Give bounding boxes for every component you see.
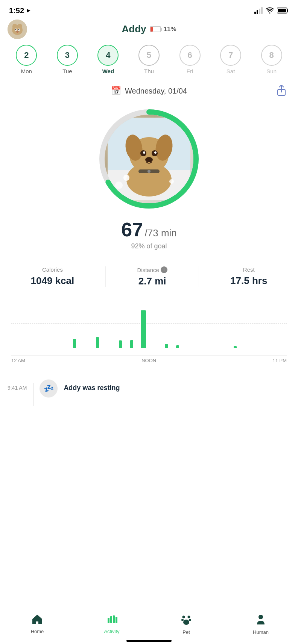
day-label-fri: Fri xyxy=(187,68,193,74)
day-item-sun[interactable]: 8 Sun xyxy=(261,45,282,74)
distance-label: Distance i xyxy=(137,266,167,273)
chart-bar-13 xyxy=(161,307,172,348)
day-circle-sun[interactable]: 8 xyxy=(261,45,282,66)
chart-bar-20 xyxy=(241,307,252,348)
activity-ring-section: 67 /73 min 92% of goal xyxy=(0,103,298,258)
pet-name-header: Addy 11% xyxy=(122,23,176,35)
chart-bar-14 xyxy=(172,307,184,348)
date-row: 📅 Wednesday, 01/04 xyxy=(0,79,298,103)
chart-bar-6 xyxy=(80,307,92,348)
wifi-icon xyxy=(266,7,274,14)
day-item-wed[interactable]: 4 Wed xyxy=(97,45,119,74)
chart-bar-21 xyxy=(252,307,264,348)
nav-item-home[interactable]: Home xyxy=(22,614,52,635)
share-icon xyxy=(276,85,287,97)
timeline-line xyxy=(33,383,33,406)
chart-bar-8 xyxy=(103,307,115,348)
chart-bar-16 xyxy=(195,307,207,348)
bar-fill-7 xyxy=(96,337,99,348)
day-circle-wed[interactable]: 4 xyxy=(97,45,119,66)
battery-status-icon xyxy=(277,7,289,14)
header: Addy 11% xyxy=(0,20,298,40)
svg-point-41 xyxy=(258,615,263,619)
paw-icon xyxy=(181,614,192,628)
day-circle-thu[interactable]: 5 xyxy=(138,45,160,66)
activity-chart xyxy=(8,307,290,355)
svg-point-26 xyxy=(145,157,153,162)
share-button[interactable] xyxy=(274,83,289,98)
svg-point-29 xyxy=(123,175,129,181)
bar-fill-11 xyxy=(141,310,146,348)
chart-bar-17 xyxy=(207,307,218,348)
chart-labels: 12 AM NOON 11 PM xyxy=(8,355,290,363)
chart-label-mid: NOON xyxy=(141,358,156,363)
signal-icon xyxy=(254,7,263,14)
chart-bar-7 xyxy=(92,307,103,348)
stat-divider-2 xyxy=(199,266,199,287)
chart-bar-19 xyxy=(230,307,241,348)
nav-item-pet[interactable]: Pet xyxy=(171,614,201,635)
info-icon[interactable]: i xyxy=(161,266,167,273)
svg-point-36 xyxy=(182,616,185,618)
day-item-thu[interactable]: 5 Thu xyxy=(138,45,160,74)
chart-bar-1 xyxy=(23,307,35,348)
svg-point-40 xyxy=(183,620,189,625)
dog-photo xyxy=(105,115,193,203)
day-label-sun: Sun xyxy=(266,68,277,74)
day-selector: 2 Mon 3 Tue 4 Wed 5 Thu 6 Fri xyxy=(0,40,298,79)
day-item-fri[interactable]: 6 Fri xyxy=(179,45,201,74)
rest-value: 17.5 hrs xyxy=(230,275,267,287)
activity-current: 67 xyxy=(121,219,143,240)
chart-label-end: 11 PM xyxy=(272,358,287,363)
activity-stats: 67 /73 min 92% of goal xyxy=(121,218,177,250)
timeline-status: Addy was resting xyxy=(64,379,120,392)
bar-fill-14 xyxy=(176,345,179,348)
chart-bar-10 xyxy=(126,307,138,348)
distance-value: 2.7 mi xyxy=(138,275,166,287)
activity-icon xyxy=(106,614,117,627)
nav-item-activity[interactable]: Activity xyxy=(97,614,127,635)
chart-bar-18 xyxy=(218,307,230,348)
rest-label: Rest xyxy=(243,266,255,273)
chart-bars xyxy=(8,307,290,348)
day-circle-sat[interactable]: 7 xyxy=(220,45,241,66)
chart-bar-23 xyxy=(275,307,287,348)
activity-chart-section: 12 AM NOON 11 PM xyxy=(0,295,298,367)
status-time: 1:52 ► xyxy=(9,6,32,15)
day-circle-mon[interactable]: 2 xyxy=(16,45,37,66)
distance-stat: Distance i 2.7 mi xyxy=(137,266,167,287)
svg-rect-33 xyxy=(110,616,112,623)
svg-point-9 xyxy=(15,29,17,30)
activity-ring xyxy=(96,106,202,212)
svg-point-25 xyxy=(154,151,157,154)
svg-rect-1 xyxy=(287,9,288,12)
calories-stat: Calories 1049 kcal xyxy=(31,266,74,287)
chart-bar-3 xyxy=(46,307,58,348)
date-display: 📅 Wednesday, 01/04 xyxy=(111,86,187,96)
nav-label-home: Home xyxy=(31,629,44,634)
status-icons xyxy=(254,7,289,14)
rest-icon: 💤 xyxy=(40,379,58,398)
svg-point-24 xyxy=(143,151,145,154)
nav-item-human[interactable]: Human xyxy=(246,614,276,635)
pet-avatar[interactable] xyxy=(8,20,27,39)
day-item-mon[interactable]: 2 Mon xyxy=(16,45,37,74)
bar-fill-5 xyxy=(73,339,76,348)
chart-bar-22 xyxy=(264,307,275,348)
timeline-section: 9:41 AM 💤 Addy was resting xyxy=(0,371,298,410)
chart-bar-15 xyxy=(184,307,195,348)
home-indicator xyxy=(126,640,172,642)
bottom-nav: Home Activity Pet xyxy=(0,610,298,644)
day-label-tue: Tue xyxy=(62,68,72,74)
bar-fill-10 xyxy=(130,340,133,348)
pet-battery: 11% xyxy=(150,26,176,33)
home-icon xyxy=(32,614,43,627)
day-item-tue[interactable]: 3 Tue xyxy=(57,45,78,74)
stat-divider-1 xyxy=(105,266,106,287)
day-circle-fri[interactable]: 6 xyxy=(179,45,201,66)
day-item-sat[interactable]: 7 Sat xyxy=(220,45,241,74)
chart-label-start: 12 AM xyxy=(11,358,25,363)
day-label-sat: Sat xyxy=(227,68,235,74)
day-circle-tue[interactable]: 3 xyxy=(57,45,78,66)
svg-rect-35 xyxy=(116,617,117,623)
